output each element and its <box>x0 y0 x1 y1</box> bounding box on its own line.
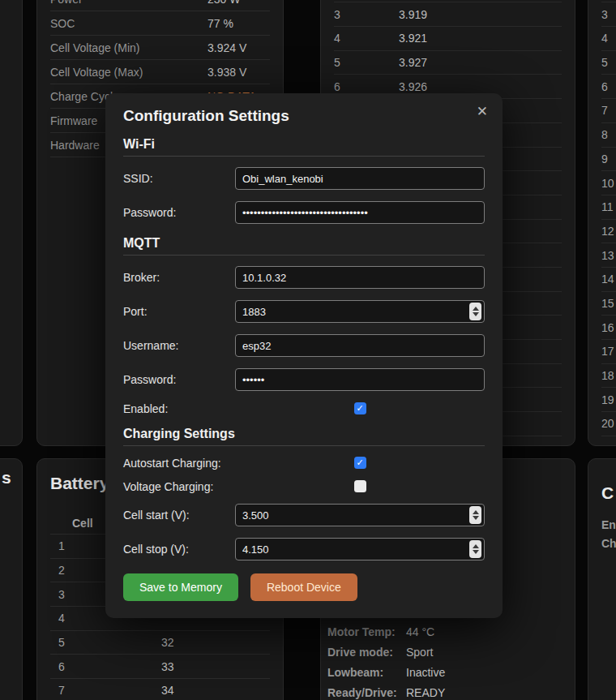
cell-number: 12 <box>601 225 616 238</box>
stepper-icon[interactable] <box>469 506 481 524</box>
cell-number: 10 <box>601 177 616 190</box>
table-row: Cell Voltage (Min) 3.924 V <box>50 36 270 60</box>
ssid-label: SSID: <box>123 172 235 185</box>
checkbox-column <box>235 457 485 469</box>
table-row: 6 <box>601 75 616 99</box>
cell-number: 7 <box>50 684 161 697</box>
form-row-mqtt-password: Password: <box>123 368 485 391</box>
close-icon[interactable]: ✕ <box>477 105 488 118</box>
modal-title: Configuration Settings <box>123 106 485 125</box>
table-row: 12 <box>601 220 616 244</box>
username-input[interactable] <box>235 334 485 357</box>
save-to-memory-button[interactable]: Save to Memory <box>123 573 238 601</box>
cell-number: 9 <box>601 152 616 165</box>
cell-number: 6 <box>50 660 161 673</box>
cell-number: 5 <box>601 56 616 69</box>
form-row-ssid: SSID: <box>123 167 485 190</box>
row-value: 3.938 V <box>207 66 246 79</box>
column-header: Cell <box>72 517 93 530</box>
username-label: Username: <box>123 339 235 352</box>
form-row-voltage-charging: Voltage Charging: <box>123 480 485 492</box>
table-row: 13 <box>601 243 616 268</box>
cell-number: 13 <box>601 249 616 262</box>
voltage-charging-label: Voltage Charging: <box>123 480 235 493</box>
table-row: SOC 77 % <box>50 11 270 36</box>
autostart-charging-checkbox[interactable] <box>354 457 366 469</box>
form-row-autostart: Autostart Charging: <box>123 457 485 469</box>
broker-input[interactable] <box>235 266 485 289</box>
stepper-icon[interactable] <box>469 303 481 320</box>
cell-number: 19 <box>601 393 616 406</box>
table-row: 17 <box>601 340 616 364</box>
cell-table: 1 2 3 4 5 <box>601 0 616 436</box>
table-row: 7 <box>601 99 616 123</box>
broker-label: Broker: <box>123 271 235 284</box>
status-label: Drive mode: <box>327 646 406 659</box>
cell-number: 18 <box>601 369 616 382</box>
cell-number: 16 <box>601 321 616 334</box>
row-value: 77 % <box>207 17 233 30</box>
cell-number: 5 <box>50 636 161 649</box>
table-row: 19 <box>601 388 616 412</box>
row-label: Power <box>50 0 207 6</box>
port-input[interactable] <box>242 306 469 318</box>
mqtt-password-input[interactable] <box>235 368 485 391</box>
status-row: Lowbeam: Inactive <box>327 662 568 682</box>
cell-number: 17 <box>601 345 616 358</box>
stepper-icon[interactable] <box>469 540 481 558</box>
cell-number: 3 <box>334 8 399 21</box>
status-value: Sport <box>406 646 433 659</box>
wifi-password-label: Password: <box>123 206 235 219</box>
table-row: 9 <box>601 148 616 172</box>
form-row-cell-stop: Cell stop (V): <box>123 538 485 560</box>
row-label: Cell Voltage (Max) <box>50 66 207 79</box>
left-clipped-panel-top <box>0 0 23 446</box>
status-label: Ready/Drive: <box>327 686 406 699</box>
right-clipped-panel-bottom: C En Ch <box>588 458 616 700</box>
modal-button-row: Save to Memory Reboot Device <box>123 573 485 601</box>
table-row: 4 3.921 <box>334 27 562 51</box>
table-row: 3 3.919 <box>334 2 562 27</box>
section-heading-mqtt: MQTT <box>123 236 485 256</box>
table-row: 14 <box>601 268 616 292</box>
cell-number: 3 <box>601 8 616 21</box>
cell-voltage: 3.927 <box>399 56 427 69</box>
mqtt-enabled-checkbox[interactable] <box>354 402 366 414</box>
cell-number: 14 <box>601 273 616 286</box>
cell-number: 6 <box>601 80 616 93</box>
row-value: 230 W <box>207 0 240 6</box>
cell-stop-input[interactable] <box>242 543 469 556</box>
checkbox-column <box>235 402 485 414</box>
table-row: 6 33 <box>50 655 270 679</box>
voltage-charging-checkbox[interactable] <box>354 480 366 492</box>
autostart-label: Autostart Charging: <box>123 457 235 470</box>
table-row: Cell Voltage (Max) 3.938 V <box>50 60 270 84</box>
left-clipped-panel-bottom: s <box>0 458 23 700</box>
cell-value: 32 <box>161 636 174 649</box>
clipped-label-fragment: Ch <box>601 537 616 550</box>
section-heading-charging: Charging Settings <box>123 427 485 446</box>
wifi-password-input[interactable] <box>235 201 485 224</box>
cell-value: 34 <box>161 684 174 697</box>
cell-number: 20 <box>601 417 616 430</box>
cell-start-input[interactable] <box>242 509 469 522</box>
clipped-heading-fragment: s <box>2 469 22 487</box>
table-row: 11 <box>601 195 616 220</box>
status-row: Drive mode: Sport <box>327 642 568 662</box>
cell-start-label: Cell start (V): <box>123 509 235 522</box>
cell-number: 15 <box>601 297 616 310</box>
cell-number: 8 <box>601 128 616 141</box>
cell-stop-label: Cell stop (V): <box>123 543 235 556</box>
dashboard-page: Power 230 W SOC 77 % Cell Voltage (Min) … <box>0 0 616 700</box>
port-input-wrap <box>235 300 485 323</box>
cell-start-input-wrap <box>235 504 485 526</box>
form-row-port: Port: <box>123 300 485 323</box>
reboot-device-button[interactable]: Reboot Device <box>250 573 357 601</box>
status-value: READY <box>406 686 445 699</box>
section-heading-wifi: Wi-Fi <box>123 137 485 157</box>
port-label: Port: <box>123 305 235 318</box>
status-value: Inactive <box>406 666 445 679</box>
cell-number: 4 <box>334 32 399 45</box>
ssid-input[interactable] <box>235 167 485 190</box>
table-row: 7 34 <box>50 679 270 700</box>
